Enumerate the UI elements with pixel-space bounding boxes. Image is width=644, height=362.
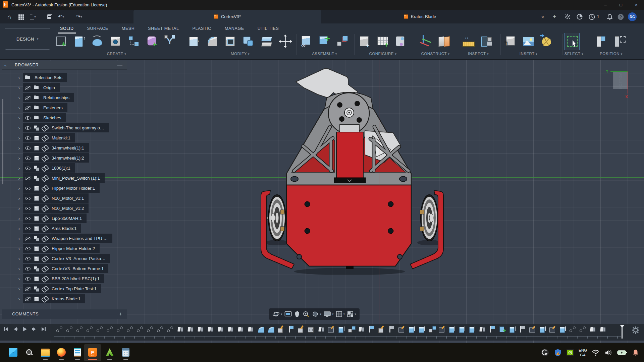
visibility-eye-icon[interactable] [25, 286, 31, 292]
visibility-eye-icon[interactable] [25, 266, 31, 272]
visibility-eye-icon[interactable] [25, 195, 31, 201]
expand-chevron-icon[interactable]: › [15, 95, 23, 100]
timeline-feature-icon[interactable] [75, 325, 84, 334]
start-button[interactable] [8, 347, 18, 357]
browser-row[interactable]: › BBB 20A blheli ESC(1):1 [2, 274, 112, 283]
node-label[interactable]: Weapon Frames and TPU … [52, 236, 108, 241]
timeline-feature-icon[interactable] [176, 325, 185, 334]
node-label[interactable]: Sketches [43, 115, 61, 120]
browser-scrollbar-thumb[interactable] [2, 99, 3, 184]
browser-row[interactable]: › Sketches [2, 113, 112, 122]
history-button[interactable] [588, 13, 596, 21]
timeline-feature-icon[interactable] [377, 325, 386, 334]
expand-chevron-icon[interactable]: › [15, 186, 23, 191]
collapse-panel-icon[interactable]: « [4, 63, 7, 68]
play-button[interactable] [22, 326, 28, 332]
browser-row[interactable]: › Cortex Top Plate Test:1 [2, 284, 112, 293]
zoom-button[interactable] [303, 311, 310, 318]
tab-cortexv3[interactable]: CortexV3* [133, 10, 321, 23]
browser-row[interactable]: › N10_Motor_v1:2 [2, 204, 112, 213]
node-label[interactable]: Origin [43, 85, 55, 90]
node-label[interactable]: Relationships [43, 95, 69, 100]
timeline-feature-icon[interactable] [257, 325, 265, 334]
display-settings-button[interactable]: ▾ [323, 311, 334, 317]
close-button[interactable]: × [629, 0, 644, 10]
timeline-feature-icon[interactable] [528, 325, 537, 334]
new-tab-button[interactable]: + [550, 13, 558, 21]
visibility-eye-icon[interactable] [25, 216, 31, 221]
timeline-feature-icon[interactable] [387, 325, 396, 334]
node-label[interactable]: N10_Motor_v1:1 [52, 196, 84, 201]
timeline-feature-icon[interactable] [418, 325, 426, 334]
visibility-eye-icon[interactable] [25, 145, 31, 151]
visibility-eye-icon[interactable] [25, 256, 31, 261]
visibility-eye-icon[interactable] [25, 296, 31, 302]
save-button[interactable] [45, 12, 54, 21]
timeline-feature-icon[interactable] [86, 325, 94, 334]
ribbon-tool-button[interactable] [479, 33, 494, 50]
timeline-ruler[interactable] [54, 336, 621, 339]
node-label[interactable]: Cortex V3- Armour Packa… [52, 256, 105, 261]
ribbon-tab[interactable]: MANAGE [219, 24, 250, 33]
timeline-feature-icon[interactable] [538, 325, 547, 334]
home-button[interactable]: ⌂ [5, 12, 14, 21]
visibility-eye-icon[interactable] [25, 165, 31, 171]
expand-chevron-icon[interactable]: › [15, 196, 23, 201]
viewcube[interactable]: BOTTOM [613, 72, 628, 89]
ribbon-tool-button[interactable] [521, 33, 536, 50]
file-explorer-button[interactable] [40, 347, 50, 357]
timeline-feature-icon[interactable] [337, 325, 346, 334]
browser-row[interactable]: › Selection Sets [2, 73, 112, 82]
node-label[interactable]: Kratos-Blade:1 [52, 296, 80, 301]
visibility-eye-icon[interactable] [25, 135, 31, 141]
expand-chevron-icon[interactable]: › [15, 145, 23, 150]
ribbon-tool-button[interactable] [317, 33, 332, 50]
job-status-button[interactable] [576, 13, 584, 21]
add-comment-icon[interactable]: + [119, 311, 122, 317]
fit-button[interactable]: ▾ [312, 310, 322, 318]
node-label[interactable]: Cortex Top Plate Test:1 [52, 286, 97, 291]
node-label[interactable]: Fasteners [43, 105, 63, 110]
extensions-button[interactable] [564, 13, 572, 21]
timeline-feature-icon[interactable] [55, 325, 64, 334]
ribbon-tool-button[interactable] [162, 33, 178, 50]
ribbon-tab[interactable]: SOLID [54, 24, 79, 33]
visibility-eye-icon[interactable] [25, 95, 31, 101]
timeline-feature-icon[interactable] [277, 325, 285, 334]
browser-row[interactable]: › Relationships [2, 93, 112, 102]
search-button[interactable] [24, 347, 34, 357]
expand-chevron-icon[interactable]: › [15, 246, 23, 251]
wifi-tray-icon[interactable] [592, 349, 600, 356]
node-label[interactable]: BBB 20A blheli ESC(1):1 [52, 276, 100, 281]
notifications-bell-tray-icon[interactable] [632, 349, 639, 356]
browser-row[interactable]: › Flipper Motor Holder:2 [2, 244, 112, 253]
timeline-feature-icon[interactable] [438, 325, 446, 334]
expand-chevron-icon[interactable]: › [15, 156, 23, 161]
timeline-feature-icon[interactable] [307, 325, 316, 334]
timeline-feature-icon[interactable] [468, 325, 477, 334]
timeline-feature-icon[interactable] [65, 325, 74, 334]
node-label[interactable]: Selection Sets [35, 75, 62, 80]
comments-bar[interactable]: COMMENTS + [2, 309, 127, 319]
browser-row[interactable]: › Origin [2, 83, 112, 92]
node-label[interactable]: Flipper Motor Holder:1 [52, 186, 95, 191]
browser-row[interactable]: › Flipper Motor Holder:1 [2, 184, 112, 192]
visibility-eye-icon[interactable] [25, 155, 31, 161]
browser-row[interactable]: › Weapon Frames and TPU … [2, 234, 112, 243]
ribbon-tool-button[interactable] [205, 33, 220, 50]
browser-row[interactable]: › Mini_Power_Switch (1):1 [2, 174, 112, 182]
ribbon-tool-button[interactable] [335, 33, 350, 50]
slicer-app-button[interactable] [105, 347, 115, 357]
ribbon-tab[interactable]: UTILITIES [252, 24, 285, 33]
expand-chevron-icon[interactable]: › [15, 226, 23, 231]
node-label[interactable]: Malenki:1 [52, 135, 70, 140]
timeline-feature-icon[interactable] [106, 325, 114, 334]
timeline-feature-icon[interactable] [247, 325, 255, 334]
expand-chevron-icon[interactable]: › [15, 296, 23, 301]
timeline-feature-icon[interactable] [569, 325, 577, 334]
timeline-feature-icon[interactable] [599, 325, 607, 334]
grid-snaps-button[interactable]: ▾ [336, 311, 345, 317]
ribbon-tool-button[interactable] [277, 33, 292, 50]
timeline-feature-icon[interactable] [146, 325, 155, 334]
firefox-button[interactable] [56, 347, 66, 357]
